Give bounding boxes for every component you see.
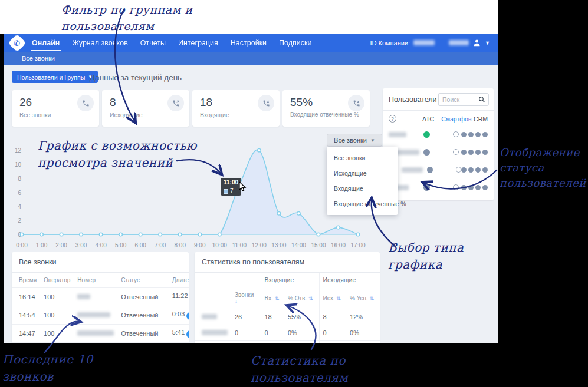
stats-row[interactable]: 0 0 0% 0 0%: [195, 341, 380, 344]
sort-icon: ⇅: [336, 296, 341, 302]
menu-item-incoming[interactable]: Входящие: [327, 181, 398, 196]
col-status[interactable]: Статус: [117, 273, 169, 288]
profile-chevron-down-icon[interactable]: ▼: [485, 40, 490, 46]
stat-value: 55%: [290, 96, 313, 109]
company-id-value-redacted: [413, 40, 435, 45]
stat-card-incoming: 18 Входящие: [192, 90, 280, 127]
user-name-redacted: [402, 167, 423, 173]
col-out-sort[interactable]: Исх. ⇅: [319, 287, 346, 309]
sub-navbar: Все звонки: [4, 52, 498, 65]
x-axis-tick: 17:00: [348, 242, 368, 249]
recent-calls-card: Все звонки Время Оператор Номер Статус Д…: [12, 252, 189, 343]
menu-item-outgoing[interactable]: Исходящие: [327, 166, 398, 181]
mouse-cursor-icon: [239, 181, 247, 192]
subnav-tab-all-calls[interactable]: Все звонки: [22, 55, 55, 62]
phone-number-redacted: [77, 294, 90, 299]
col-atc: АТС: [422, 115, 434, 123]
x-axis-tick: 12:00: [249, 242, 269, 249]
nav-subscriptions[interactable]: Подписки: [279, 39, 311, 47]
user-row[interactable]: [383, 161, 494, 178]
user-name-redacted: [202, 314, 217, 319]
user-stats-title: Статистика по пользователям: [195, 252, 380, 273]
annotation-chart: График с возможностьюпросмотра значений: [38, 137, 197, 171]
search-button[interactable]: [475, 93, 489, 106]
crm-status-dots: [461, 132, 488, 137]
annotation-filter: Фильтр по группам ипользователям: [61, 2, 193, 34]
tooltip-series-swatch: [224, 189, 228, 194]
phone-number-redacted: [77, 330, 114, 336]
annotation-recent-calls: Последние 10звонков: [2, 351, 93, 385]
nav-settings[interactable]: Настройки: [231, 39, 267, 47]
page-title: Данные за текущий день: [90, 73, 182, 82]
col-operator[interactable]: Оператор: [40, 273, 74, 288]
nav-reports[interactable]: Отчеты: [140, 39, 166, 47]
sort-icon: ⇅: [308, 296, 313, 302]
user-avatar-icon[interactable]: [472, 38, 481, 47]
user-name-redacted: [389, 132, 406, 137]
col-out-pct-sort[interactable]: % Усп. ⇅: [346, 287, 380, 309]
x-axis-tick: 2:00: [51, 242, 71, 249]
x-axis-tick: 11:00: [229, 242, 249, 249]
users-search-input[interactable]: [438, 93, 475, 106]
x-axis-tick: 13:00: [269, 242, 289, 249]
chart-tooltip: 11:00 7: [221, 178, 241, 196]
stats-row[interactable]: 0 0 0% 0 0%: [195, 325, 380, 341]
nav-call-log[interactable]: Журнал звонков: [72, 39, 127, 47]
call-row[interactable]: 14:43 100 Неотвеченный 0:00▶: [12, 343, 189, 344]
col-in-pct-sort[interactable]: % Отв. ⇅: [284, 287, 319, 309]
stat-value: 18: [200, 96, 212, 109]
users-panel: Пользователи ? АТС Смартфон CRM: [383, 88, 494, 200]
crm-status-dots: [461, 150, 488, 155]
phone-incoming-icon: [348, 95, 364, 111]
menu-item-all-calls[interactable]: Все звонки: [327, 150, 398, 166]
annotation-user-status: Отображениестатусапользователей: [500, 145, 586, 191]
stat-card-all-calls: 26 Все звонки: [12, 90, 99, 127]
call-row[interactable]: 14:47 100 Отвеченный 5:41▶: [12, 325, 189, 343]
col-calls-sort[interactable]: Звонки ↓: [231, 287, 261, 309]
user-row[interactable]: [383, 178, 494, 196]
x-axis-tick: 0:00: [12, 242, 32, 249]
nav-integration[interactable]: Интеграция: [178, 39, 218, 47]
atc-status-dot-offline: [427, 167, 433, 173]
stat-value: 26: [19, 96, 32, 109]
col-in-sort[interactable]: Вх. ⇅: [261, 287, 284, 309]
play-button[interactable]: ▶: [186, 330, 189, 338]
user-name-redacted: [202, 330, 228, 335]
stat-label: Входящие: [200, 111, 229, 118]
app-window: ✆ Онлайн Журнал звонков Отчеты Интеграци…: [4, 34, 498, 343]
col-smartphone-link[interactable]: Смартфон: [441, 115, 471, 123]
group-outgoing: Исходящие: [319, 273, 380, 287]
atc-status-dot-offline: [423, 149, 430, 156]
col-time[interactable]: Время: [12, 273, 40, 288]
col-crm: CRM: [474, 115, 488, 123]
x-axis-tick: 7:00: [150, 242, 170, 249]
x-axis-tick: 10:00: [209, 242, 229, 249]
nav-online[interactable]: Онлайн: [32, 39, 60, 47]
stats-row[interactable]: 26 18 55% 8 12%: [195, 309, 380, 325]
x-axis-tick: 1:00: [32, 242, 52, 249]
menu-item-answered-pct[interactable]: Входящие отвеченные %: [327, 196, 398, 211]
phone-number-redacted: [77, 312, 110, 317]
annotation-chart-type: Выбор типаграфика: [388, 239, 464, 273]
users-groups-filter-button[interactable]: Пользователи и Группы ▼: [12, 71, 98, 83]
col-number[interactable]: Номер: [74, 273, 117, 288]
app-logo-icon: ✆: [8, 34, 26, 52]
chart-type-menu: Все звонки Исходящие Входящие Входящие о…: [327, 147, 398, 215]
user-row[interactable]: [383, 125, 494, 143]
group-incoming: Входящие: [261, 273, 319, 287]
call-row[interactable]: 16:14 100 Отвеченный 11:22▶: [12, 288, 189, 306]
x-axis-tick: 5:00: [111, 242, 131, 249]
x-axis-tick: 16:00: [328, 242, 348, 249]
top-navbar: ✆ Онлайн Журнал звонков Отчеты Интеграци…: [4, 34, 498, 52]
help-icon[interactable]: ?: [389, 115, 396, 123]
sort-icon: ⇅: [275, 296, 280, 302]
tooltip-time: 11:00: [221, 178, 241, 187]
chart-type-select[interactable]: Все звонки ▼: [327, 134, 382, 147]
user-row[interactable]: [383, 143, 494, 161]
col-duration[interactable]: Длительность: [169, 273, 189, 288]
company-id-label: ID Компании:: [370, 39, 410, 47]
x-axis-tick: 3:00: [71, 242, 91, 249]
atc-status-dot-offline: [423, 184, 430, 191]
call-row[interactable]: 14:54 100 Отвеченный 0:03▶: [12, 306, 189, 325]
play-button[interactable]: ▶: [186, 312, 189, 320]
